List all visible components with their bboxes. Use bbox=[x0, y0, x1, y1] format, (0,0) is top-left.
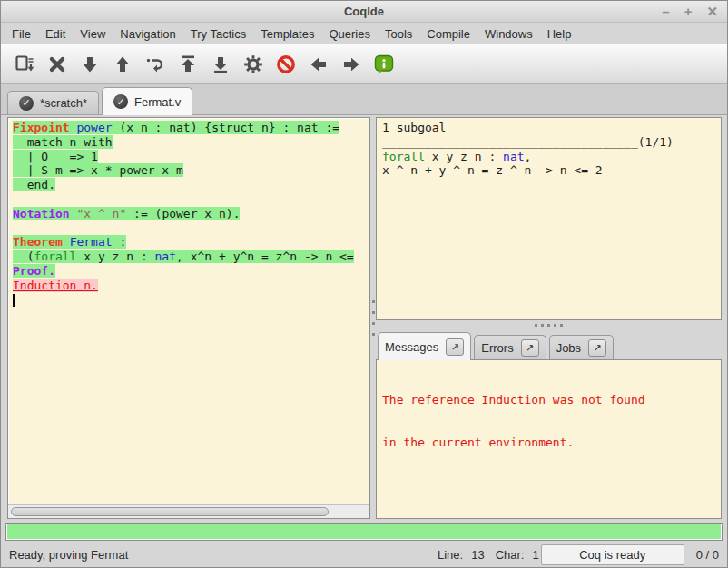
save-button[interactable] bbox=[8, 48, 41, 81]
code-token: Theorem bbox=[13, 235, 63, 249]
next-button[interactable] bbox=[335, 48, 368, 81]
menu-templates[interactable]: Templates bbox=[253, 24, 321, 44]
editor-horizontal-scrollbar[interactable] bbox=[8, 504, 369, 518]
window-title: CoqIde bbox=[344, 5, 384, 18]
code-line: forall x y z n : nat, bbox=[382, 150, 721, 164]
menu-windows[interactable]: Windows bbox=[477, 24, 540, 44]
interrupt-button[interactable] bbox=[270, 48, 302, 81]
menu-try-tactics[interactable]: Try Tactics bbox=[183, 24, 253, 44]
code-token: end. bbox=[13, 178, 55, 191]
code-token: Fermat bbox=[70, 235, 113, 249]
script-editor[interactable]: Fixpoint power (x n : nat) {struct n} : … bbox=[8, 118, 369, 504]
menu-view[interactable]: View bbox=[73, 24, 113, 44]
go-to-end-button[interactable] bbox=[204, 48, 237, 81]
code-token: Induction n. bbox=[13, 279, 98, 292]
code-line[interactable] bbox=[13, 192, 369, 207]
code-token: forall bbox=[382, 150, 425, 163]
tab-scratch[interactable]: ✓ *scratch* bbox=[7, 91, 99, 114]
code-token: := (power x n). bbox=[126, 207, 240, 220]
go-to-cursor-button[interactable] bbox=[139, 48, 172, 81]
save-icon bbox=[14, 54, 35, 75]
line-label: Line: bbox=[438, 548, 463, 562]
tab-label: Messages bbox=[385, 340, 438, 354]
tab-bar: ✓ *scratch* ✓ Fermat.v bbox=[1, 84, 727, 115]
code-line[interactable]: Theorem Fermat : bbox=[13, 235, 369, 250]
title-bar[interactable]: CoqIde – + ✕ bbox=[1, 1, 727, 23]
go-to-cursor-icon bbox=[144, 54, 166, 75]
code-token: Notation bbox=[13, 207, 70, 220]
menu-bar: FileEditViewNavigationTry TacticsTemplat… bbox=[1, 23, 727, 44]
code-token: x y z n : bbox=[76, 250, 154, 263]
message-tab-bar: Messages ↗ Errors ↗ Jobs ↗ bbox=[376, 330, 722, 359]
splitter-dot bbox=[554, 324, 556, 327]
about-button[interactable] bbox=[368, 48, 400, 81]
main-split: Fixpoint power (x n : nat) {struct n} : … bbox=[1, 115, 727, 519]
code-line: x ^ n + y ^ n = z ^ n -> n <= 2 bbox=[382, 163, 721, 178]
gear-icon bbox=[242, 54, 264, 75]
menu-edit[interactable]: Edit bbox=[38, 24, 73, 44]
menu-tools[interactable]: Tools bbox=[378, 24, 419, 44]
tab-messages[interactable]: Messages ↗ bbox=[378, 332, 471, 360]
code-token: nat bbox=[155, 250, 176, 263]
code-token: power bbox=[76, 121, 112, 134]
close-button[interactable]: ✕ bbox=[706, 5, 718, 18]
code-line[interactable] bbox=[13, 293, 369, 308]
menu-help[interactable]: Help bbox=[540, 24, 579, 44]
progress-bar bbox=[5, 523, 723, 541]
menu-file[interactable]: File bbox=[5, 24, 38, 44]
code-line[interactable]: Fixpoint power (x n : nat) {struct n} : … bbox=[13, 121, 369, 135]
detach-icon[interactable]: ↗ bbox=[446, 338, 464, 356]
tab-fermat[interactable]: ✓ Fermat.v bbox=[102, 87, 192, 115]
splitter-dot bbox=[372, 311, 375, 314]
tab-errors[interactable]: Errors ↗ bbox=[474, 335, 546, 359]
detach-icon[interactable]: ↗ bbox=[588, 339, 606, 357]
detach-icon[interactable]: ↗ bbox=[521, 339, 539, 357]
minimize-button[interactable]: – bbox=[662, 5, 669, 18]
tab-check-icon: ✓ bbox=[113, 94, 128, 109]
messages-pane: The reference Induction was not found in… bbox=[376, 359, 722, 519]
menu-queries[interactable]: Queries bbox=[321, 24, 378, 44]
maximize-button[interactable]: + bbox=[684, 5, 693, 18]
code-token: 1 subgoal bbox=[382, 121, 446, 134]
code-line[interactable]: Notation "x ^ n" := (power x n). bbox=[13, 207, 369, 221]
go-down-button[interactable] bbox=[74, 48, 106, 81]
code-token: : bbox=[113, 235, 127, 249]
close-buffer-button[interactable] bbox=[41, 48, 74, 81]
text-cursor bbox=[13, 294, 15, 307]
menu-compile[interactable]: Compile bbox=[419, 24, 477, 44]
arrow-down-icon bbox=[79, 54, 101, 75]
splitter-dot bbox=[535, 324, 537, 327]
interrupt-icon bbox=[275, 54, 297, 75]
code-token: Fixpoint bbox=[13, 121, 70, 134]
tab-label: Jobs bbox=[556, 341, 581, 355]
code-line[interactable]: (forall x y z n : nat, x^n + y^n = z^n -… bbox=[13, 250, 369, 264]
code-line[interactable]: end. bbox=[13, 178, 369, 192]
code-line[interactable]: | S m => x * power x m bbox=[13, 163, 369, 178]
scrollbar-thumb[interactable] bbox=[11, 507, 329, 516]
tab-jobs[interactable]: Jobs ↗ bbox=[549, 335, 614, 359]
go-up-button[interactable] bbox=[106, 48, 139, 81]
code-token: x y z n : bbox=[425, 150, 503, 163]
splitter-dot bbox=[547, 324, 550, 327]
horizontal-splitter[interactable] bbox=[376, 320, 722, 330]
code-token: Proof. bbox=[13, 264, 55, 278]
message-line: The reference Induction was not found bbox=[382, 393, 715, 407]
code-line[interactable]: match n with bbox=[13, 135, 369, 150]
code-token: "x ^ n" bbox=[76, 207, 126, 220]
char-value: 1 bbox=[532, 548, 538, 562]
previous-button[interactable] bbox=[302, 48, 335, 81]
code-line[interactable]: | O => 1 bbox=[13, 150, 369, 164]
code-line[interactable]: Induction n. bbox=[13, 279, 369, 293]
code-line[interactable] bbox=[13, 221, 369, 236]
tab-label: Errors bbox=[481, 341, 513, 355]
code-line[interactable]: Proof. bbox=[13, 264, 369, 279]
char-label: Char: bbox=[496, 548, 525, 562]
restart-button[interactable] bbox=[237, 48, 270, 81]
menu-navigation[interactable]: Navigation bbox=[113, 24, 182, 44]
code-line: ____________________________________(1/1… bbox=[382, 135, 721, 150]
window-controls: – + ✕ bbox=[662, 1, 718, 22]
splitter-dot bbox=[372, 322, 375, 325]
go-to-start-button[interactable] bbox=[172, 48, 204, 81]
arrow-left-icon bbox=[308, 54, 330, 75]
tab-label: Fermat.v bbox=[134, 95, 181, 109]
